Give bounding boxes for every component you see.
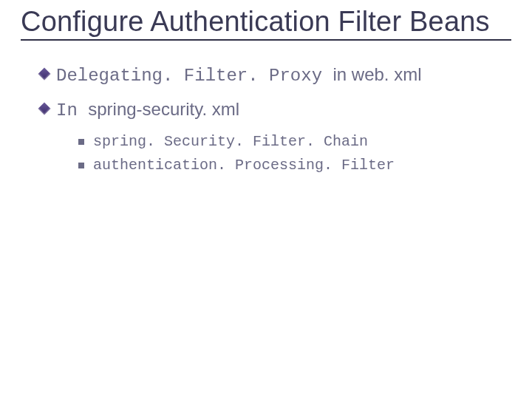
diamond-icon: [38, 67, 51, 80]
bullet-text-segment: In: [56, 100, 88, 120]
title-block: Configure Authentication Filter Beans: [21, 6, 511, 41]
sub-bullet-group: spring. Security. Filter. Chain authenti…: [40, 132, 511, 175]
bullet-text-segment: spring-security. xml: [88, 99, 239, 119]
bullet-text-segment: Delegating. Filter. Proxy: [56, 66, 332, 86]
slide: Configure Authentication Filter Beans De…: [0, 0, 532, 399]
bullet-text: Delegating. Filter. Proxy in web. xml: [56, 63, 422, 87]
diamond-icon: [38, 102, 51, 115]
sub-bullet-text: authentication. Processing. Filter: [93, 156, 395, 175]
sub-bullet-text: spring. Security. Filter. Chain: [93, 132, 368, 151]
square-icon: [78, 163, 84, 168]
bullet-level1: Delegating. Filter. Proxy in web. xml: [40, 63, 511, 87]
slide-title: Configure Authentication Filter Beans: [21, 6, 511, 38]
bullet-level2: spring. Security. Filter. Chain: [78, 132, 511, 151]
square-icon: [78, 139, 84, 145]
bullet-text: In spring-security. xml: [56, 98, 239, 122]
title-underline: [21, 39, 511, 41]
bullet-text-segment: in web. xml: [332, 64, 421, 84]
bullet-level2: authentication. Processing. Filter: [78, 156, 511, 175]
bullet-level1: In spring-security. xml: [40, 98, 511, 122]
slide-body: Delegating. Filter. Proxy in web. xml In…: [21, 47, 511, 175]
